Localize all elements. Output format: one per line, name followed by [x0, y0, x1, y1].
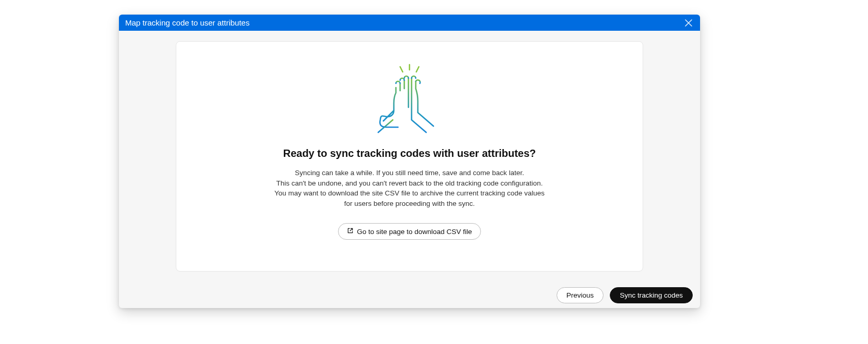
- svg-line-0: [400, 67, 403, 72]
- close-icon[interactable]: [683, 18, 694, 28]
- sync-button[interactable]: Sync tracking codes: [610, 287, 693, 303]
- highfive-icon: [368, 63, 451, 138]
- desc-line-2: This can't be undone, and you can't reve…: [274, 178, 545, 189]
- modal-titlebar: Map tracking code to user attributes: [119, 15, 700, 31]
- download-csv-button[interactable]: Go to site page to download CSV file: [338, 223, 481, 240]
- modal-body: Ready to sync tracking codes with user a…: [119, 31, 700, 282]
- modal-heading: Ready to sync tracking codes with user a…: [283, 148, 536, 159]
- desc-line-3: You may want to download the site CSV fi…: [274, 188, 545, 208]
- modal-title: Map tracking code to user attributes: [125, 18, 249, 27]
- download-csv-label: Go to site page to download CSV file: [357, 228, 472, 236]
- content-card: Ready to sync tracking codes with user a…: [176, 41, 643, 272]
- external-link-icon: [347, 227, 354, 236]
- svg-line-2: [416, 67, 419, 72]
- modal-dialog: Map tracking code to user attributes: [119, 15, 700, 308]
- desc-line-1: Syncing can take a while. If you still n…: [274, 168, 545, 178]
- previous-button[interactable]: Previous: [557, 287, 604, 303]
- modal-footer: Previous Sync tracking codes: [119, 282, 700, 308]
- modal-description: Syncing can take a while. If you still n…: [274, 168, 545, 208]
